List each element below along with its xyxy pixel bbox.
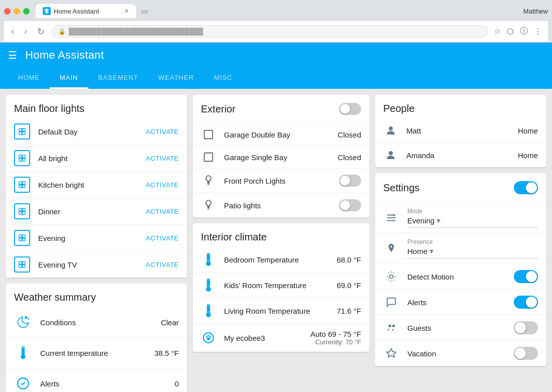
- star-button[interactable]: ☆: [492, 24, 503, 39]
- settings-main-toggle-track[interactable]: [514, 181, 538, 194]
- vacation-toggle-track[interactable]: [514, 347, 538, 360]
- ecobee-main-val: Auto 69 - 75 °F: [310, 330, 361, 338]
- tab-close-button[interactable]: ✕: [124, 8, 129, 15]
- activate-dinner[interactable]: ACTIVATE: [146, 208, 179, 215]
- front-porch-toggle-track[interactable]: [339, 175, 361, 187]
- svg-point-38: [206, 262, 210, 266]
- back-button[interactable]: ‹: [8, 25, 17, 38]
- person-amanda-icon: [383, 149, 398, 161]
- settings-vacation-row: Vacation: [375, 341, 546, 366]
- nav-misc[interactable]: MISC: [204, 68, 243, 89]
- settings-header: Settings: [375, 173, 546, 203]
- middle-column: Exterior Garage Double Bay Closed Gar: [193, 95, 369, 392]
- scene-default-day: Default Day ACTIVATE: [6, 118, 187, 145]
- alerts-value: 0: [175, 379, 179, 388]
- activate-kitchen-bright[interactable]: ACTIVATE: [146, 181, 179, 189]
- detect-motion-toggle-track[interactable]: [514, 270, 538, 283]
- browser-tab[interactable]: Home Assistant ✕: [36, 4, 136, 18]
- nav-main[interactable]: MAIN: [50, 68, 88, 89]
- kids-room-temp-row: Kids' Room Temperature 69.0 °F: [193, 273, 369, 298]
- vacation-toggle[interactable]: [514, 347, 538, 360]
- living-room-temp-name: Living Room Temperature: [224, 307, 337, 315]
- guests-toggle-track[interactable]: [514, 321, 538, 334]
- guests-label: Guests: [407, 324, 514, 332]
- browser-toolbar: ‹ › ↻ 🔒 █████████████████████████████ ☆ …: [4, 21, 548, 42]
- svg-rect-23: [23, 265, 25, 268]
- exterior-toggle[interactable]: [339, 103, 361, 115]
- detect-motion-toggle[interactable]: [514, 270, 538, 283]
- nav-weather[interactable]: WEATHER: [148, 68, 204, 89]
- minimize-dot[interactable]: [14, 8, 20, 15]
- svg-point-28: [21, 355, 25, 359]
- svg-rect-17: [23, 235, 25, 237]
- browser-chrome: Home Assistant ✕ ▭ Matthew ‹ › ↻ 🔒 █████…: [0, 0, 552, 43]
- svg-rect-8: [19, 182, 22, 184]
- svg-point-47: [207, 338, 209, 340]
- patio-toggle[interactable]: [339, 199, 361, 211]
- svg-rect-3: [23, 132, 25, 135]
- exterior-toggle-track[interactable]: [339, 103, 361, 115]
- patio-toggle-track[interactable]: [339, 199, 361, 211]
- activate-all-bright[interactable]: ACTIVATE: [146, 155, 179, 162]
- guests-toggle[interactable]: [514, 321, 538, 334]
- alerts-toggle-track[interactable]: [514, 296, 538, 309]
- maximize-dot[interactable]: [23, 8, 30, 15]
- svg-rect-16: [19, 235, 22, 237]
- ecobee-name: My ecobee3: [224, 334, 310, 342]
- scene-name-default-day: Default Day: [38, 127, 146, 136]
- vacation-toggle-thumb: [515, 348, 526, 359]
- lights-card-title: Main floor lights: [6, 95, 187, 118]
- settings-presence-value: Home: [407, 247, 427, 255]
- svg-rect-31: [204, 130, 213, 139]
- settings-mode-content: Mode Evening ▾: [407, 208, 538, 228]
- nav-home[interactable]: HOME: [8, 68, 50, 89]
- cast-button[interactable]: ⬡: [505, 24, 516, 39]
- right-column: People Matt Home Amanda: [375, 95, 546, 392]
- svg-rect-1: [23, 128, 25, 131]
- reload-button[interactable]: ↻: [34, 25, 48, 38]
- info-button[interactable]: ⓘ: [518, 24, 530, 39]
- forward-button[interactable]: ›: [21, 25, 30, 38]
- settings-presence-row: Presence Home ▾: [375, 233, 546, 264]
- new-tab-button[interactable]: ▭: [136, 4, 153, 18]
- front-porch-toggle[interactable]: [339, 175, 361, 187]
- patio-toggle-thumb: [340, 200, 350, 210]
- svg-point-58: [389, 325, 392, 328]
- browser-user: Matthew: [523, 8, 548, 15]
- scene-icon: [14, 230, 30, 246]
- activate-default-day[interactable]: ACTIVATE: [146, 128, 179, 136]
- scene-icon: [14, 123, 30, 140]
- current-temp-value: 38.5 °F: [154, 349, 179, 357]
- current-temp-label: Current temperature: [40, 349, 154, 357]
- living-room-temp-value: 71.6 °F: [337, 307, 361, 315]
- bedroom-temp-name: Bedroom Temperature: [224, 255, 337, 264]
- menu-button[interactable]: ⋮: [532, 24, 544, 39]
- left-column: Main floor lights Default Day ACTIVATE A…: [6, 95, 187, 392]
- scene-all-bright: All bright ACTIVATE: [6, 145, 187, 172]
- garage-single-icon: [201, 152, 216, 162]
- close-dot[interactable]: [4, 8, 11, 15]
- ecobee-value: Auto 69 - 75 °F Currently: 70 °F: [310, 330, 361, 346]
- garage-double-icon: [201, 129, 216, 140]
- settings-presence-content: Presence Home ▾: [407, 238, 538, 258]
- activate-evening-tv[interactable]: ACTIVATE: [146, 261, 179, 269]
- svg-rect-9: [23, 182, 25, 184]
- svg-line-53: [393, 214, 395, 216]
- app-nav: HOME MAIN BASEMENT WEATHER MISC: [8, 68, 544, 89]
- settings-main-toggle[interactable]: [514, 181, 538, 194]
- settings-mode-row: Mode Evening ▾: [375, 203, 546, 233]
- settings-presence-select[interactable]: Home ▾: [407, 246, 538, 256]
- presence-chevron-icon: ▾: [429, 246, 433, 256]
- alerts-toggle-thumb: [526, 297, 537, 308]
- svg-line-26: [28, 317, 29, 318]
- kids-room-temp-name: Kids' Room Temperature: [224, 281, 337, 290]
- nav-basement[interactable]: BASEMENT: [88, 68, 149, 89]
- address-bar[interactable]: 🔒 █████████████████████████████: [52, 25, 488, 38]
- bedroom-temp-row: Bedroom Temperature 68.0 °F: [193, 247, 369, 273]
- alerts-toggle[interactable]: [514, 296, 538, 309]
- settings-card: Settings Mode: [375, 173, 546, 366]
- menu-icon[interactable]: ☰: [8, 49, 17, 61]
- presence-icon: [383, 243, 399, 254]
- settings-mode-select[interactable]: Evening ▾: [407, 216, 538, 225]
- activate-evening[interactable]: ACTIVATE: [146, 234, 179, 242]
